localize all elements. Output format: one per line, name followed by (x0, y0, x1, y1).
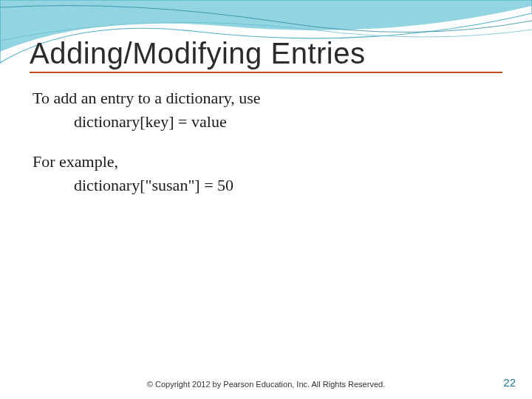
body-text: To add an entry to a dictionary, use dic… (30, 86, 502, 197)
title-underline (30, 72, 502, 73)
body-line-1: To add an entry to a dictionary, use (33, 89, 261, 107)
body-line-2: dictionary[key] = value (33, 110, 502, 134)
copyright-footer: © Copyright 2012 by Pearson Education, I… (0, 380, 532, 389)
slide-content: Adding/Modifying Entries To add an entry… (0, 0, 532, 197)
body-line-4: dictionary["susan"] = 50 (33, 174, 502, 197)
body-line-3: For example, (33, 152, 118, 171)
page-number: 22 (503, 376, 516, 389)
slide-title: Adding/Modifying Entries (30, 37, 502, 70)
